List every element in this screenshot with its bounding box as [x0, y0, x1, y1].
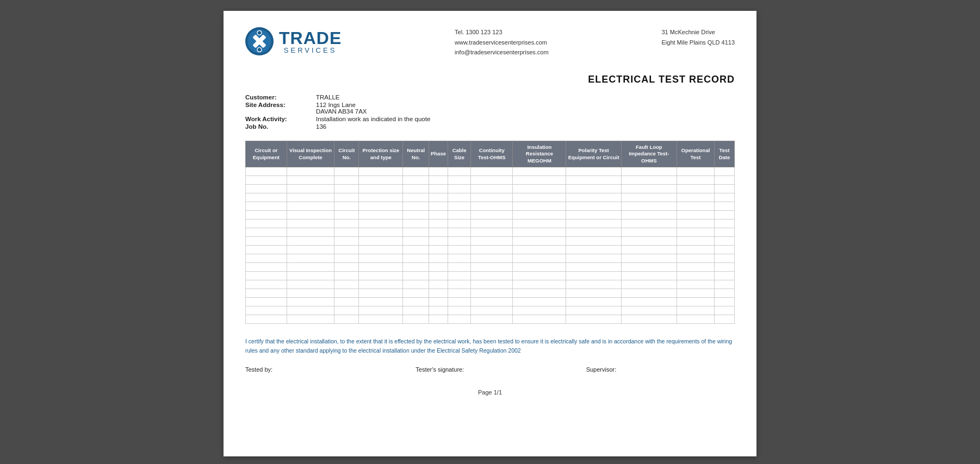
table-cell — [246, 211, 287, 220]
table-cell — [246, 254, 287, 263]
table-cell — [677, 306, 714, 315]
document-page: TRADE SERVICES Tel. 1300 123 123 www.tra… — [224, 11, 756, 456]
logo-trade: TRADE — [279, 29, 342, 47]
table-cell — [246, 167, 287, 176]
table-cell — [621, 176, 677, 185]
table-cell — [715, 211, 735, 220]
electrical-test-table: Circuit or Equipment Visual Inspection C… — [245, 141, 735, 324]
table-cell — [448, 237, 470, 246]
table-cell — [621, 298, 677, 306]
table-cell — [566, 237, 621, 246]
table-cell — [621, 289, 677, 298]
table-cell — [246, 193, 287, 202]
table-cell — [429, 220, 448, 228]
table-cell — [621, 220, 677, 228]
table-cell — [429, 272, 448, 280]
table-cell — [287, 280, 334, 289]
table-cell — [246, 289, 287, 298]
logo-text: TRADE SERVICES — [279, 29, 342, 54]
table-cell — [334, 306, 359, 315]
table-cell — [566, 246, 621, 254]
table-cell — [403, 272, 429, 280]
customer-row: Customer: TRALLE — [245, 94, 735, 101]
table-cell — [403, 289, 429, 298]
table-cell — [621, 185, 677, 193]
table-cell — [677, 298, 714, 306]
address-line1: 31 McKechnie Drive — [661, 27, 735, 37]
table-cell — [429, 280, 448, 289]
table-row — [246, 298, 735, 306]
table-cell — [513, 220, 566, 228]
table-cell — [513, 167, 566, 176]
table-cell — [359, 220, 403, 228]
supervisor-label: Supervisor: — [586, 366, 617, 373]
table-cell — [513, 202, 566, 211]
table-cell — [287, 220, 334, 228]
table-cell — [621, 211, 677, 220]
table-cell — [403, 193, 429, 202]
table-cell — [403, 211, 429, 220]
table-row — [246, 263, 735, 272]
table-cell — [334, 298, 359, 306]
table-cell — [403, 185, 429, 193]
table-cell — [334, 220, 359, 228]
table-cell — [359, 280, 403, 289]
table-cell — [429, 202, 448, 211]
col-protection-size: Protection size and type — [359, 141, 403, 167]
table-cell — [513, 185, 566, 193]
table-cell — [334, 289, 359, 298]
table-cell — [448, 289, 470, 298]
work-activity-row: Work Activity: Installation work as indi… — [245, 116, 735, 122]
table-cell — [334, 228, 359, 237]
table-cell — [677, 228, 714, 237]
table-cell — [429, 228, 448, 237]
table-cell — [246, 280, 287, 289]
table-cell — [715, 246, 735, 254]
table-cell — [429, 185, 448, 193]
table-cell — [334, 263, 359, 272]
page-number: Page 1/1 — [245, 389, 735, 396]
table-cell — [403, 315, 429, 324]
table-cell — [621, 263, 677, 272]
table-cell — [621, 202, 677, 211]
table-cell — [513, 254, 566, 263]
table-cell — [429, 315, 448, 324]
table-cell — [715, 315, 735, 324]
table-cell — [471, 298, 513, 306]
col-polarity-test: Polarity Test Equipment or Circuit — [566, 141, 621, 167]
tester-signature-field: Tester's signature: — [415, 366, 564, 373]
table-cell — [359, 193, 403, 202]
table-cell — [334, 272, 359, 280]
table-cell — [513, 306, 566, 315]
table-cell — [513, 263, 566, 272]
table-cell — [287, 202, 334, 211]
table-cell — [246, 176, 287, 185]
table-cell — [513, 246, 566, 254]
table-cell — [715, 298, 735, 306]
table-cell — [471, 220, 513, 228]
table-cell — [715, 220, 735, 228]
table-cell — [677, 272, 714, 280]
table-cell — [715, 289, 735, 298]
table-cell — [715, 176, 735, 185]
table-cell — [246, 237, 287, 246]
table-body — [246, 167, 735, 324]
table-cell — [287, 185, 334, 193]
table-cell — [566, 272, 621, 280]
table-cell — [403, 228, 429, 237]
table-cell — [471, 315, 513, 324]
table-cell — [246, 263, 287, 272]
table-cell — [715, 185, 735, 193]
tester-signature-label: Tester's signature: — [415, 366, 464, 373]
table-cell — [246, 298, 287, 306]
table-cell — [471, 228, 513, 237]
table-cell — [677, 202, 714, 211]
table-cell — [513, 193, 566, 202]
table-cell — [566, 211, 621, 220]
table-cell — [513, 315, 566, 324]
table-cell — [566, 254, 621, 263]
table-cell — [566, 176, 621, 185]
tested-by-label: Tested by: — [245, 366, 272, 373]
table-cell — [513, 176, 566, 185]
table-cell — [359, 228, 403, 237]
